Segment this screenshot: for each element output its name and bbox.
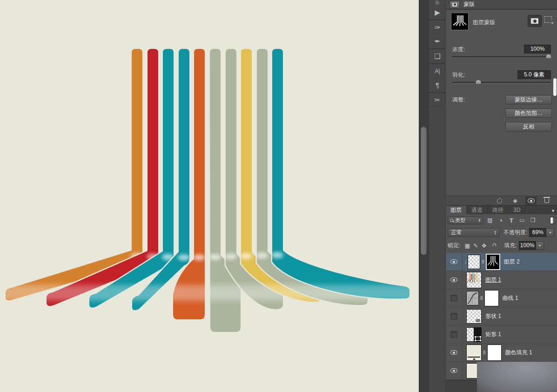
mask-edge-button[interactable]: 蒙版边缘… (505, 95, 552, 104)
tab-3d[interactable]: 3D (509, 206, 525, 214)
layer-row-rectangle[interactable]: 矩形 1 (446, 325, 557, 344)
layer-name[interactable]: 曲线 1 (503, 294, 518, 302)
layer-name[interactable]: 矩形 1 (485, 331, 501, 338)
layer-row-1[interactable]: 图层 1 (446, 271, 557, 289)
overlay-shadow (477, 362, 557, 392)
color-range-button[interactable]: 颜色范围… (505, 108, 552, 118)
mask-link-icon[interactable]: 8 (483, 350, 486, 355)
density-slider-thumb[interactable] (546, 54, 551, 59)
layer-mask-thumbnail[interactable] (486, 254, 500, 270)
adjustment-mask-thumbnail[interactable] (484, 290, 499, 306)
fill-layer-thumbnail[interactable] (466, 345, 482, 361)
paragraph-panel-icon[interactable]: ¶ (429, 78, 446, 92)
masks-panel-header: 蒙版 (446, 0, 557, 10)
lock-transparency-icon[interactable]: ▦ (463, 243, 471, 249)
visibility-toggle[interactable] (446, 344, 463, 361)
eye-icon (450, 259, 457, 264)
actions-panel-icon[interactable]: ▶ (429, 6, 446, 20)
visibility-toggle[interactable] (446, 362, 463, 379)
visibility-toggle[interactable] (446, 253, 463, 270)
fill-dropdown-icon[interactable]: ▼ (536, 241, 544, 250)
fill-value[interactable]: 100% (519, 241, 536, 250)
layer-thumbnail[interactable] (466, 272, 482, 288)
fill-label: 填充: (504, 242, 517, 250)
panel-scrollbar-thumb[interactable] (553, 78, 557, 96)
eye-icon (450, 368, 457, 373)
filter-kind-combo[interactable]: 类型 ▲▼ (448, 216, 483, 224)
visibility-toggle[interactable] (446, 271, 463, 289)
layer-row-2[interactable]: ↓ 8 图层 2 (446, 253, 557, 271)
feather-value[interactable]: 5.0 像素 (517, 70, 551, 79)
apply-mask-icon[interactable]: ◈ (510, 196, 521, 205)
filter-pixel-layers-icon[interactable]: ▨ (486, 217, 494, 223)
hidden-visibility-box (450, 331, 457, 338)
vector-path-badge-icon (475, 318, 481, 323)
hidden-visibility-box (450, 295, 457, 302)
tab-layers[interactable]: 图层 (446, 206, 467, 214)
layer-name[interactable]: 图层 1 (485, 276, 501, 284)
layer-list: ↓ 8 图层 2 (446, 253, 557, 380)
visibility-toggle[interactable] (446, 325, 463, 343)
panel-menu-icon[interactable]: ▼ (551, 209, 555, 213)
shape-thumbnail[interactable] (466, 309, 482, 324)
density-label: 浓度: (452, 46, 465, 54)
layer-name[interactable]: 图层 2 (504, 258, 520, 266)
character-panel-icon[interactable]: A| (429, 64, 446, 78)
blend-mode-select[interactable]: 正常 ▲▼ (448, 228, 500, 237)
tool-presets-panel-icon[interactable]: ✂ (429, 93, 446, 107)
tab-paths[interactable]: 路径 (488, 206, 509, 214)
lock-row: 锁定: ▦ ✎ ✥ 填充: 100% ▼ (446, 240, 557, 251)
scrollbar-thumb[interactable] (421, 127, 427, 255)
load-mask-selection-icon[interactable] (494, 196, 505, 205)
layer-mask-label: 图层蒙版 (473, 19, 495, 27)
add-vector-mask-icon[interactable] (544, 16, 552, 23)
adjust-label: 调整: (452, 96, 465, 104)
feather-slider-track[interactable] (452, 82, 551, 83)
layer-name[interactable]: 形状 1 (485, 312, 501, 320)
clone-source-panel-icon[interactable]: ❏ (429, 49, 446, 63)
masks-panel-footer: ◈ (446, 196, 557, 206)
hidden-visibility-box (450, 313, 457, 320)
ribbon-artwork: .ribbon { stroke:#E7E7DA; stroke-width:5… (0, 0, 419, 392)
filter-kind-label: 类型 (455, 217, 465, 224)
lock-position-icon[interactable]: ✥ (480, 243, 488, 249)
feather-slider-thumb[interactable] (476, 80, 481, 84)
filter-adjustment-layers-icon[interactable]: ◑ (497, 217, 504, 223)
layer-filter-row: 类型 ▲▼ ▨ ◑ T ▭ ❐ (446, 215, 557, 225)
history-panel-icon[interactable]: ⎘ (429, 0, 446, 6)
visibility-toggle[interactable] (446, 307, 463, 325)
filter-smart-objects-icon[interactable]: ❐ (529, 217, 537, 223)
mask-link-icon[interactable]: 8 (482, 259, 484, 264)
layer-name[interactable]: 颜色填充 1 (505, 349, 532, 357)
canvas-vertical-scrollbar[interactable] (419, 0, 428, 392)
density-value[interactable]: 100% (524, 45, 551, 54)
delete-mask-icon[interactable] (541, 196, 552, 205)
fill-mask-thumbnail[interactable] (487, 345, 502, 361)
layer-row-color-fill[interactable]: 8 颜色填充 1 (446, 344, 557, 362)
layer-thumbnail[interactable] (468, 255, 480, 269)
mask-link-icon[interactable]: 8 (480, 296, 483, 301)
opacity-dropdown-icon[interactable]: ▼ (546, 228, 554, 237)
filter-shape-layers-icon[interactable]: ▭ (518, 217, 526, 223)
rectangle-thumbnail[interactable] (466, 327, 482, 342)
document-canvas[interactable]: .ribbon { stroke:#E7E7DA; stroke-width:5… (0, 0, 419, 392)
search-icon (450, 219, 453, 222)
select-layer-mask-button[interactable] (528, 15, 542, 27)
filter-on-off-toggle[interactable] (550, 217, 555, 224)
invert-button[interactable]: 反相 (505, 122, 552, 131)
mask-panel-icon (450, 1, 460, 8)
density-slider-track[interactable] (452, 56, 551, 58)
opacity-value[interactable]: 69% (529, 228, 546, 237)
visibility-toggle[interactable] (446, 289, 463, 307)
disable-mask-icon[interactable] (525, 196, 537, 205)
combo-arrows-icon: ▲▼ (494, 230, 497, 235)
tab-channels[interactable]: 通道 (467, 206, 488, 214)
lock-image-icon[interactable]: ✎ (471, 243, 480, 249)
brush-panel-icon[interactable]: ✑ (429, 20, 446, 34)
layer-mask-thumbnail[interactable] (451, 13, 468, 30)
layer-row-curves[interactable]: 8 曲线 1 (446, 289, 557, 307)
adjustment-icon-thumbnail[interactable] (466, 291, 479, 305)
filter-type-layers-icon[interactable]: T (508, 217, 515, 224)
layer-row-shape[interactable]: 形状 1 (446, 307, 557, 325)
brush-presets-panel-icon[interactable]: ✒ (429, 34, 446, 48)
